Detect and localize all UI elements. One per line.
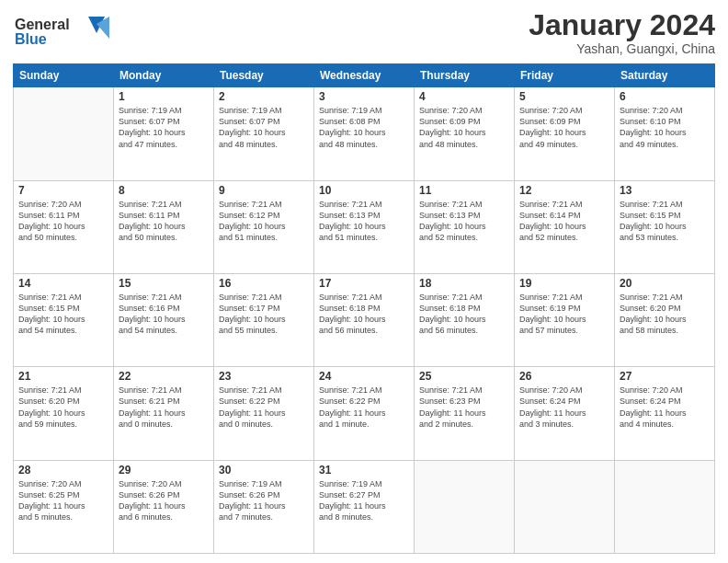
day-info: Sunrise: 7:21 AM Sunset: 6:13 PM Dayligh… [419, 199, 509, 244]
day-number: 28 [18, 464, 108, 477]
day-info: Sunrise: 7:20 AM Sunset: 6:11 PM Dayligh… [18, 199, 108, 244]
day-number: 23 [219, 370, 309, 383]
day-info: Sunrise: 7:20 AM Sunset: 6:09 PM Dayligh… [419, 105, 509, 150]
day-info: Sunrise: 7:21 AM Sunset: 6:15 PM Dayligh… [18, 292, 108, 337]
calendar-week-row: 7Sunrise: 7:20 AM Sunset: 6:11 PM Daylig… [14, 180, 715, 273]
day-info: Sunrise: 7:21 AM Sunset: 6:21 PM Dayligh… [119, 385, 209, 430]
day-info: Sunrise: 7:21 AM Sunset: 6:23 PM Dayligh… [419, 385, 509, 430]
logo-text: General Blue [13, 13, 114, 53]
calendar-cell: 14Sunrise: 7:21 AM Sunset: 6:15 PM Dayli… [14, 273, 114, 366]
calendar-cell: 17Sunrise: 7:21 AM Sunset: 6:18 PM Dayli… [314, 273, 415, 366]
calendar-cell: 21Sunrise: 7:21 AM Sunset: 6:20 PM Dayli… [14, 367, 114, 460]
day-number: 31 [319, 464, 409, 477]
day-info: Sunrise: 7:20 AM Sunset: 6:26 PM Dayligh… [119, 478, 209, 523]
calendar-cell [515, 460, 615, 553]
day-info: Sunrise: 7:21 AM Sunset: 6:14 PM Dayligh… [519, 199, 609, 244]
day-info: Sunrise: 7:21 AM Sunset: 6:20 PM Dayligh… [620, 292, 710, 337]
day-number: 16 [219, 277, 309, 290]
day-info: Sunrise: 7:21 AM Sunset: 6:13 PM Dayligh… [319, 199, 409, 244]
day-number: 27 [620, 370, 710, 383]
col-header-wednesday: Wednesday [314, 64, 415, 87]
day-info: Sunrise: 7:19 AM Sunset: 6:07 PM Dayligh… [119, 105, 209, 150]
calendar-cell: 22Sunrise: 7:21 AM Sunset: 6:21 PM Dayli… [114, 367, 214, 460]
calendar-cell: 27Sunrise: 7:20 AM Sunset: 6:24 PM Dayli… [615, 367, 715, 460]
calendar-cell: 24Sunrise: 7:21 AM Sunset: 6:22 PM Dayli… [314, 367, 415, 460]
calendar-cell: 19Sunrise: 7:21 AM Sunset: 6:19 PM Dayli… [515, 273, 615, 366]
day-info: Sunrise: 7:21 AM Sunset: 6:18 PM Dayligh… [419, 292, 509, 337]
calendar-week-row: 1Sunrise: 7:19 AM Sunset: 6:07 PM Daylig… [14, 87, 715, 180]
day-number: 22 [119, 370, 209, 383]
day-info: Sunrise: 7:21 AM Sunset: 6:17 PM Dayligh… [219, 292, 309, 337]
day-info: Sunrise: 7:21 AM Sunset: 6:12 PM Dayligh… [219, 199, 309, 244]
calendar-cell: 2Sunrise: 7:19 AM Sunset: 6:07 PM Daylig… [214, 87, 314, 180]
day-number: 21 [18, 370, 108, 383]
calendar-cell: 31Sunrise: 7:19 AM Sunset: 6:27 PM Dayli… [314, 460, 415, 553]
logo: General Blue [13, 13, 114, 53]
day-number: 3 [319, 90, 409, 103]
calendar-week-row: 14Sunrise: 7:21 AM Sunset: 6:15 PM Dayli… [14, 273, 715, 366]
day-info: Sunrise: 7:19 AM Sunset: 6:07 PM Dayligh… [219, 105, 309, 150]
title-block: January 2024 Yashan, Guangxi, China [529, 9, 715, 56]
location: Yashan, Guangxi, China [529, 41, 715, 56]
day-number: 1 [119, 90, 209, 103]
day-number: 29 [119, 464, 209, 477]
day-number: 9 [219, 184, 309, 197]
day-number: 4 [419, 90, 509, 103]
calendar-cell: 16Sunrise: 7:21 AM Sunset: 6:17 PM Dayli… [214, 273, 314, 366]
calendar-cell: 10Sunrise: 7:21 AM Sunset: 6:13 PM Dayli… [314, 180, 415, 273]
calendar-week-row: 21Sunrise: 7:21 AM Sunset: 6:20 PM Dayli… [14, 367, 715, 460]
calendar-cell: 12Sunrise: 7:21 AM Sunset: 6:14 PM Dayli… [515, 180, 615, 273]
calendar-table: SundayMondayTuesdayWednesdayThursdayFrid… [13, 63, 715, 554]
day-info: Sunrise: 7:21 AM Sunset: 6:18 PM Dayligh… [319, 292, 409, 337]
day-number: 14 [18, 277, 108, 290]
calendar-cell: 7Sunrise: 7:20 AM Sunset: 6:11 PM Daylig… [14, 180, 114, 273]
calendar-cell: 11Sunrise: 7:21 AM Sunset: 6:13 PM Dayli… [415, 180, 515, 273]
day-number: 10 [319, 184, 409, 197]
day-number: 7 [18, 184, 108, 197]
calendar-header-row: SundayMondayTuesdayWednesdayThursdayFrid… [14, 64, 715, 87]
calendar-cell: 20Sunrise: 7:21 AM Sunset: 6:20 PM Dayli… [615, 273, 715, 366]
day-number: 12 [519, 184, 609, 197]
col-header-monday: Monday [114, 64, 214, 87]
calendar-cell: 3Sunrise: 7:19 AM Sunset: 6:08 PM Daylig… [314, 87, 415, 180]
day-number: 11 [419, 184, 509, 197]
col-header-tuesday: Tuesday [214, 64, 314, 87]
day-info: Sunrise: 7:21 AM Sunset: 6:22 PM Dayligh… [319, 385, 409, 430]
calendar-cell: 26Sunrise: 7:20 AM Sunset: 6:24 PM Dayli… [515, 367, 615, 460]
calendar-cell: 28Sunrise: 7:20 AM Sunset: 6:25 PM Dayli… [14, 460, 114, 553]
day-number: 24 [319, 370, 409, 383]
day-info: Sunrise: 7:21 AM Sunset: 6:22 PM Dayligh… [219, 385, 309, 430]
calendar-cell: 15Sunrise: 7:21 AM Sunset: 6:16 PM Dayli… [114, 273, 214, 366]
calendar-cell [615, 460, 715, 553]
day-info: Sunrise: 7:21 AM Sunset: 6:19 PM Dayligh… [519, 292, 609, 337]
day-number: 5 [519, 90, 609, 103]
day-info: Sunrise: 7:20 AM Sunset: 6:24 PM Dayligh… [519, 385, 609, 430]
day-info: Sunrise: 7:19 AM Sunset: 6:26 PM Dayligh… [219, 478, 309, 523]
calendar-cell: 8Sunrise: 7:21 AM Sunset: 6:11 PM Daylig… [114, 180, 214, 273]
calendar-cell: 23Sunrise: 7:21 AM Sunset: 6:22 PM Dayli… [214, 367, 314, 460]
calendar-cell: 13Sunrise: 7:21 AM Sunset: 6:15 PM Dayli… [615, 180, 715, 273]
calendar-week-row: 28Sunrise: 7:20 AM Sunset: 6:25 PM Dayli… [14, 460, 715, 553]
col-header-thursday: Thursday [415, 64, 515, 87]
day-number: 18 [419, 277, 509, 290]
day-number: 19 [519, 277, 609, 290]
day-info: Sunrise: 7:20 AM Sunset: 6:24 PM Dayligh… [620, 385, 710, 430]
day-number: 17 [319, 277, 409, 290]
day-number: 2 [219, 90, 309, 103]
col-header-friday: Friday [515, 64, 615, 87]
day-info: Sunrise: 7:20 AM Sunset: 6:09 PM Dayligh… [519, 105, 609, 150]
calendar-cell: 5Sunrise: 7:20 AM Sunset: 6:09 PM Daylig… [515, 87, 615, 180]
calendar-cell: 25Sunrise: 7:21 AM Sunset: 6:23 PM Dayli… [415, 367, 515, 460]
day-number: 20 [620, 277, 710, 290]
day-number: 13 [620, 184, 710, 197]
calendar-cell [415, 460, 515, 553]
calendar-cell [14, 87, 114, 180]
calendar-cell: 6Sunrise: 7:20 AM Sunset: 6:10 PM Daylig… [615, 87, 715, 180]
svg-text:Blue: Blue [15, 31, 47, 47]
day-number: 6 [620, 90, 710, 103]
day-number: 15 [119, 277, 209, 290]
day-number: 30 [219, 464, 309, 477]
day-number: 8 [119, 184, 209, 197]
day-info: Sunrise: 7:21 AM Sunset: 6:16 PM Dayligh… [119, 292, 209, 337]
calendar-cell: 30Sunrise: 7:19 AM Sunset: 6:26 PM Dayli… [214, 460, 314, 553]
